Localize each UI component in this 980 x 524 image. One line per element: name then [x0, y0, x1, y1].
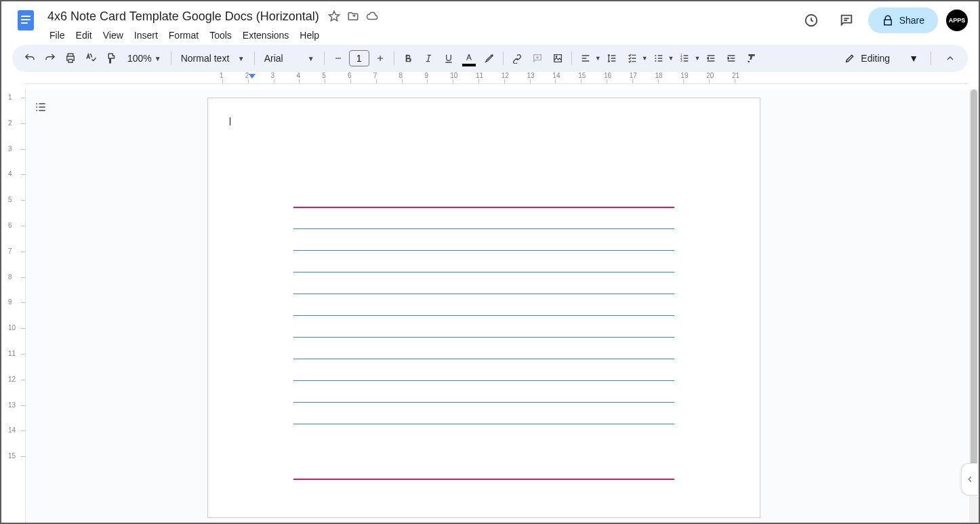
ruler-h-tick: 18 [658, 72, 684, 83]
bulleted-list-button[interactable] [649, 49, 668, 68]
separator [931, 52, 931, 65]
share-label: Share [899, 15, 924, 26]
lock-icon [882, 14, 894, 26]
ruler-h-tick: 3 [274, 72, 300, 83]
separator [571, 52, 572, 65]
menu-edit[interactable]: Edit [71, 27, 97, 43]
print-button[interactable] [61, 49, 80, 68]
increase-indent-button[interactable] [722, 49, 741, 68]
text-color-button[interactable] [460, 49, 478, 68]
history-icon[interactable] [798, 7, 825, 34]
redo-button[interactable] [41, 49, 60, 68]
menu-insert[interactable]: Insert [129, 27, 163, 43]
menu-bar: File Edit View Insert Format Tools Exten… [45, 27, 379, 43]
menu-extensions[interactable]: Extensions [238, 27, 293, 43]
underline-button[interactable] [439, 49, 458, 68]
align-button[interactable] [576, 49, 595, 68]
notecard-top-line [293, 207, 674, 208]
content-area: 123456789101112131415 [1, 89, 979, 523]
ruler-h-tick: 1 [222, 72, 248, 83]
font-select[interactable]: Arial▼ [259, 49, 320, 68]
ruler-h-tick: 4 [299, 72, 325, 83]
title-row: 4x6 Note Card Template Google Docs (Hori… [45, 7, 379, 26]
svg-point-9 [655, 55, 656, 56]
notecard-template [293, 207, 674, 480]
editing-mode-button[interactable]: Editing ▼ [836, 49, 926, 68]
star-icon[interactable] [327, 9, 341, 23]
account-avatar[interactable]: APPS [946, 9, 968, 31]
app-header: 4x6 Note Card Template Google Docs (Hori… [1, 1, 979, 42]
cloud-status-icon[interactable] [365, 9, 379, 23]
document-title[interactable]: 4x6 Note Card Template Google Docs (Hori… [45, 8, 322, 25]
insert-link-button[interactable] [508, 49, 527, 68]
pencil-icon [844, 53, 855, 64]
share-button[interactable]: Share [868, 7, 938, 33]
checklist-button[interactable] [623, 49, 642, 68]
ruler-h-tick: 9 [427, 72, 453, 83]
checklist-dropdown-icon[interactable]: ▼ [642, 55, 648, 62]
increase-font-button[interactable] [371, 49, 390, 68]
ruler-h-tick: 17 [632, 72, 658, 83]
move-icon[interactable] [346, 9, 360, 23]
menu-file[interactable]: File [45, 27, 70, 43]
document-canvas[interactable] [26, 89, 979, 523]
decrease-font-button[interactable] [329, 49, 348, 68]
ruler-h-tick: 21 [735, 72, 760, 83]
spellcheck-button[interactable] [81, 49, 100, 68]
menu-help[interactable]: Help [295, 27, 324, 43]
menu-tools[interactable]: Tools [205, 27, 237, 43]
text-color-indicator [462, 64, 476, 66]
scrollbar-thumb[interactable] [971, 89, 977, 483]
separator [324, 52, 325, 65]
numbered-list-button[interactable]: 123 [675, 49, 694, 68]
notecard-rule-line [293, 424, 674, 424]
toolbar-container: 100%▼ Normal text▼ Arial▼ ▼ ▼ ▼ 123 ▼ [1, 45, 979, 72]
comments-icon[interactable] [833, 7, 860, 34]
horizontal-ruler[interactable]: 123456789101112131415161718192021 [26, 72, 968, 84]
ruler-h-tick: 20 [709, 72, 735, 83]
italic-button[interactable] [419, 49, 438, 68]
outline-toggle-button[interactable] [31, 98, 50, 117]
svg-point-11 [655, 60, 656, 62]
text-cursor [230, 117, 230, 125]
svg-rect-3 [21, 22, 28, 24]
undo-button[interactable] [20, 49, 39, 68]
align-dropdown-icon[interactable]: ▼ [595, 55, 601, 62]
notecard-rule-line [293, 250, 674, 251]
notecard-rule-line [293, 315, 674, 316]
vertical-ruler[interactable]: 123456789101112131415 [1, 89, 26, 523]
separator [503, 52, 504, 65]
notecard-rule-line [293, 359, 674, 359]
document-page[interactable] [207, 98, 760, 518]
ruler-v-tick: 2 [1, 123, 25, 149]
ruler-h-tick: 7 [376, 72, 402, 83]
ruler-h-tick: 2 [248, 72, 274, 83]
font-size-input[interactable] [349, 50, 369, 66]
notecard-rule-line [293, 294, 674, 294]
bold-button[interactable] [399, 49, 417, 68]
numbered-dropdown-icon[interactable]: ▼ [694, 55, 700, 62]
line-spacing-button[interactable] [603, 49, 621, 68]
ruler-v-tick: 1 [1, 98, 25, 123]
collapse-toolbar-button[interactable] [941, 49, 960, 68]
ruler-h-tick: 6 [350, 72, 376, 83]
menu-view[interactable]: View [98, 27, 128, 43]
paint-format-button[interactable] [102, 49, 121, 68]
bulleted-dropdown-icon[interactable]: ▼ [668, 55, 674, 62]
header-right: Share APPS [798, 7, 968, 34]
ruler-h-tick: 11 [478, 72, 504, 83]
font-size-area [329, 49, 390, 68]
separator [171, 52, 171, 65]
zoom-select[interactable]: 100%▼ [122, 49, 167, 68]
clear-formatting-button[interactable] [742, 49, 761, 68]
insert-image-button[interactable] [548, 49, 567, 68]
scrollbar-track[interactable] [969, 89, 979, 523]
menu-format[interactable]: Format [164, 27, 203, 43]
add-comment-button[interactable] [528, 49, 547, 68]
highlight-button[interactable] [480, 49, 499, 68]
paragraph-style-select[interactable]: Normal text▼ [176, 49, 250, 68]
docs-logo[interactable] [12, 7, 39, 34]
side-panel-toggle[interactable] [961, 463, 977, 496]
separator [394, 52, 394, 65]
decrease-indent-button[interactable] [701, 49, 720, 68]
